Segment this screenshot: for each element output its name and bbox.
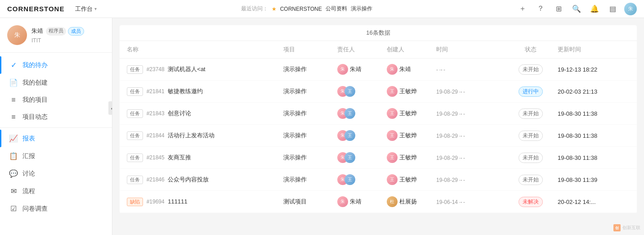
- sidebar-item-summary[interactable]: 📋 汇报: [0, 147, 112, 165]
- recent-link-2[interactable]: 演示操作: [351, 5, 372, 13]
- top-nav: CORNERSTONE 工作台 ▾ 最近访问： ★ CORNERSTONE 公司…: [0, 0, 644, 18]
- user-avatar[interactable]: 朱: [624, 3, 637, 15]
- sidebar-item-flow[interactable]: ✉ 流程: [0, 182, 112, 200]
- cell-updated: 19-08-30 11:38: [558, 154, 630, 161]
- sidebar-collapse-handle[interactable]: ‹: [108, 101, 112, 115]
- cell-time: 19-08-29→-: [436, 88, 504, 95]
- task-title[interactable]: 111111: [168, 198, 187, 205]
- task-type: 任务: [127, 109, 143, 118]
- user-tags: 程序员 成员: [46, 27, 84, 36]
- sidebar-item-projects[interactable]: ≡ 我的项目: [0, 91, 112, 108]
- sidebar-item-label: 我的创建: [22, 79, 48, 87]
- recent-link-1[interactable]: 公司资料: [326, 5, 347, 13]
- assignee-avatar2: 王: [344, 174, 355, 185]
- task-title[interactable]: 公众号内容投放: [168, 176, 209, 183]
- sidebar-item-label: 流程: [22, 187, 35, 195]
- document-icon: 📄: [9, 78, 18, 87]
- list-icon: ≡: [9, 96, 18, 104]
- cell-project: 演示操作: [283, 176, 337, 184]
- cell-name: 任务 #21845 友商互推: [127, 154, 283, 162]
- task-title[interactable]: 敏捷教练邀约: [168, 88, 203, 95]
- cell-creator: 王 王敏烨: [387, 86, 436, 97]
- creator-avatar: 王: [387, 86, 398, 97]
- table-row: 任务 #23748 测试机器人<at 演示操作 朱 朱靖 朱 朱靖 -→-: [120, 59, 637, 81]
- cell-assignee: 朱 王: [337, 108, 387, 119]
- cell-updated: 19-12-13 18:22: [558, 66, 630, 73]
- chevron-down-icon: ▾: [94, 6, 97, 11]
- divider: [0, 127, 112, 128]
- recent-nav: 最近访问： ★ CORNERSTONE 公司资料 演示操作: [241, 5, 372, 13]
- question-icon[interactable]: ？: [534, 3, 547, 15]
- status-badge: 未开始: [519, 108, 543, 119]
- cell-creator: 王 王敏烨: [387, 152, 436, 163]
- sidebar-item-discuss[interactable]: 💬 讨论: [0, 165, 112, 182]
- assignee-name: 朱靖: [350, 198, 362, 206]
- search-icon[interactable]: 🔍: [570, 3, 583, 15]
- cell-status: 进行中: [504, 86, 558, 97]
- header-time: 时间: [436, 45, 504, 54]
- workspace-nav[interactable]: 工作台 ▾: [75, 5, 97, 13]
- content-inner: 16条数据 名称 项目 责任人 创建人 时间 状态 更新时间 任务 #23748: [112, 18, 644, 235]
- user-name: 朱靖: [31, 27, 43, 35]
- layout-icon[interactable]: ▤: [606, 3, 619, 15]
- task-id: #21845: [147, 154, 165, 161]
- task-type: 缺陷: [127, 198, 143, 206]
- creator-avatar: 王: [387, 174, 398, 185]
- dynamics-icon: ≡: [9, 113, 18, 121]
- bell-icon[interactable]: 🔔: [588, 3, 601, 15]
- cell-creator: 杜 杜展扬: [387, 196, 436, 207]
- chat-icon: 💬: [9, 169, 18, 178]
- task-title[interactable]: 活动行上发布活动: [168, 132, 215, 139]
- sidebar-item-label: 我的项目: [22, 96, 48, 104]
- content-area: 16条数据 名称 项目 责任人 创建人 时间 状态 更新时间 任务 #23748: [112, 18, 644, 235]
- task-title[interactable]: 创意讨论: [168, 110, 191, 117]
- cell-updated: 19-08-30 11:39: [558, 176, 630, 183]
- sidebar-item-created[interactable]: 📄 我的创建: [0, 74, 112, 91]
- sidebar-user: 朱 朱靖 程序员 成员 ITIT: [0, 18, 112, 53]
- sidebar-item-dynamics[interactable]: ≡ 项目动态: [0, 108, 112, 126]
- assignee-avatar: 朱: [337, 64, 348, 75]
- creator-name: 王敏烨: [399, 176, 417, 184]
- chart-icon: 📈: [9, 134, 18, 143]
- sidebar-item-todo[interactable]: ✓ 我的待办: [0, 56, 112, 74]
- cell-time: 19-08-29→-: [436, 110, 504, 117]
- cell-updated: 19-08-30 11:38: [558, 132, 630, 139]
- avatar-stack: 朱 王: [337, 130, 355, 141]
- workspace-label: 工作台: [75, 5, 93, 13]
- grid-icon[interactable]: ⊞: [552, 3, 565, 15]
- main-layout: 朱 朱靖 程序员 成员 ITIT ✓ 我的待办 📄 我的创建: [0, 18, 644, 235]
- sidebar-item-label: 汇报: [22, 152, 35, 160]
- recent-link-0[interactable]: CORNERSTONE: [280, 6, 322, 12]
- sidebar-item-label: 讨论: [22, 170, 35, 178]
- creator-avatar: 朱: [387, 64, 398, 75]
- plus-icon[interactable]: ＋: [516, 3, 529, 15]
- table-row: 任务 #21841 敏捷教练邀约 演示操作 朱 王 王 王敏烨: [120, 81, 637, 103]
- table-row: 任务 #21846 公众号内容投放 演示操作 朱 王 王 王敏烨: [120, 169, 637, 191]
- cell-status: 未开始: [504, 131, 558, 141]
- creator-avatar: 王: [387, 152, 398, 163]
- sidebar-item-report[interactable]: 📈 报表: [0, 130, 112, 147]
- header-creator: 创建人: [387, 45, 436, 54]
- cell-name: 缺陷 #19694 111111: [127, 198, 283, 206]
- assignee-avatar: 朱: [337, 196, 348, 207]
- cell-assignee: 朱 朱靖: [337, 64, 387, 75]
- cell-status: 未解决: [504, 197, 558, 207]
- sidebar-item-survey[interactable]: ☑ 问卷调查: [0, 200, 112, 217]
- cell-project: 演示操作: [283, 87, 337, 95]
- task-title[interactable]: 友商互推: [168, 154, 191, 161]
- task-id: #21846: [147, 176, 165, 183]
- sidebar-item-label: 报表: [22, 135, 35, 143]
- task-title[interactable]: 测试机器人<at: [168, 66, 205, 72]
- watermark: 创 创新互联: [613, 224, 640, 231]
- cell-updated: 19-08-30 11:38: [558, 110, 630, 117]
- creator-name: 王敏烨: [399, 131, 417, 140]
- cell-project: 演示操作: [283, 154, 337, 162]
- sidebar: 朱 朱靖 程序员 成员 ITIT ✓ 我的待办 📄 我的创建: [0, 18, 112, 235]
- role-tag: 程序员: [46, 27, 66, 36]
- cell-name: 任务 #21843 创意讨论: [127, 109, 283, 118]
- sidebar-item-label: 我的待办: [22, 61, 48, 69]
- star-icon: ★: [272, 6, 277, 12]
- cell-time: 19-08-29→-: [436, 154, 504, 161]
- task-type: 任务: [127, 87, 143, 96]
- table-row: 缺陷 #19694 111111 测试项目 朱 朱靖 杜 杜展扬 19-06-1…: [120, 191, 637, 213]
